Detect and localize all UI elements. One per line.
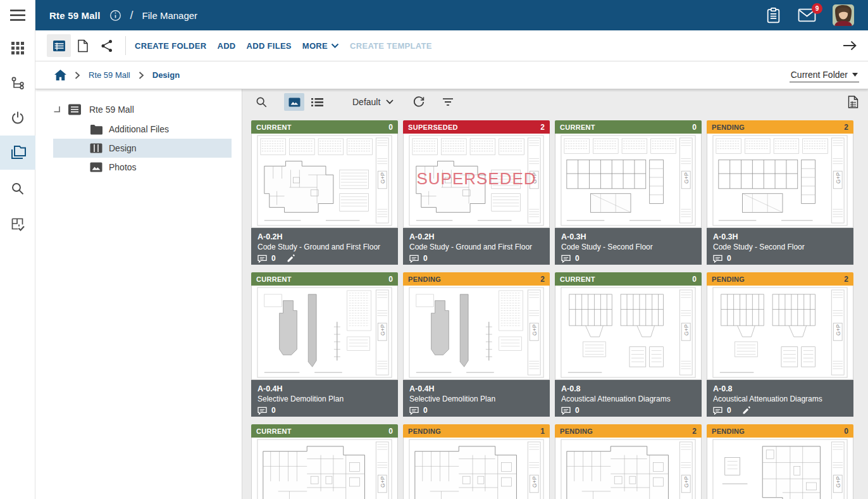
file-card[interactable]: PENDING 2 A-0.4H Selective Demolition Pl… bbox=[403, 272, 550, 417]
file-status-bar: PENDING 1 bbox=[403, 424, 550, 438]
home-icon[interactable] bbox=[54, 70, 66, 80]
file-card[interactable]: PENDING 1 bbox=[403, 424, 550, 499]
plan-review-icon[interactable] bbox=[0, 215, 35, 233]
comments-icon[interactable] bbox=[561, 407, 571, 415]
chevron-down-icon bbox=[331, 43, 339, 49]
edit-icon[interactable] bbox=[742, 406, 751, 415]
expand-toolbar-arrow-icon[interactable] bbox=[843, 40, 868, 51]
table-view-icon[interactable] bbox=[47, 34, 71, 57]
file-card-footer: A-0.2H Code Study - Ground and First Flo… bbox=[251, 228, 398, 265]
sort-dropdown[interactable]: Default bbox=[352, 97, 394, 107]
file-thumbnail[interactable] bbox=[251, 286, 398, 380]
folder-icon bbox=[90, 124, 102, 135]
file-thumbnail[interactable] bbox=[251, 134, 398, 228]
list-view-toggle[interactable] bbox=[307, 93, 327, 111]
folder-scope-dropdown[interactable]: Current Folder bbox=[790, 68, 859, 82]
file-thumbnail[interactable]: SUPERSEDED bbox=[403, 134, 550, 228]
filter-icon[interactable] bbox=[439, 93, 457, 111]
photos-icon bbox=[90, 162, 102, 172]
workflow-hierarchy-icon[interactable] bbox=[0, 75, 35, 92]
comments-icon[interactable] bbox=[713, 407, 722, 415]
file-card[interactable]: CURRENT 0 A-0.4H Selective Demolition Pl… bbox=[251, 272, 398, 417]
apps-grid-icon[interactable] bbox=[0, 39, 35, 57]
project-files-icon bbox=[68, 103, 82, 116]
breadcrumb-project-link[interactable]: Rte 59 Mall bbox=[89, 70, 130, 80]
create-folder-button[interactable]: CREATE FOLDER bbox=[135, 41, 206, 51]
file-version-count: 0 bbox=[388, 275, 393, 284]
file-thumbnail[interactable] bbox=[403, 286, 550, 380]
search-nav-icon[interactable] bbox=[0, 180, 35, 198]
comments-icon[interactable] bbox=[561, 255, 571, 263]
file-status-label: PENDING bbox=[712, 123, 745, 131]
file-thumbnail[interactable] bbox=[555, 134, 702, 228]
export-spreadsheet-icon[interactable] bbox=[844, 93, 862, 111]
refresh-icon[interactable] bbox=[410, 93, 428, 111]
file-status-label: CURRENT bbox=[560, 275, 595, 283]
comments-icon[interactable] bbox=[257, 407, 267, 415]
clipboard-tasks-icon[interactable] bbox=[766, 7, 781, 24]
file-card[interactable]: CURRENT 0 A-0.2H Code Study - Ground and… bbox=[251, 120, 398, 265]
file-title: Code Study - Ground and First Floor bbox=[257, 242, 392, 252]
file-card[interactable]: PENDING 0 bbox=[707, 424, 853, 499]
file-card[interactable]: PENDING 2 A-0.3H Code Study - Second Flo… bbox=[707, 120, 853, 265]
power-icon[interactable] bbox=[0, 109, 35, 127]
caret-down-icon bbox=[852, 73, 858, 77]
file-status-label: PENDING bbox=[408, 427, 441, 435]
file-card[interactable]: SUPERSEDED 2 SUPERSEDED A-0.2H Code Stud… bbox=[403, 120, 550, 265]
comments-icon[interactable] bbox=[257, 255, 267, 263]
file-thumbnail[interactable] bbox=[403, 438, 550, 499]
project-name[interactable]: Rte 59 Mall bbox=[49, 10, 101, 21]
edit-icon[interactable] bbox=[287, 254, 295, 263]
file-thumbnail[interactable] bbox=[707, 286, 853, 380]
file-version-count: 2 bbox=[844, 123, 848, 132]
file-version-count: 2 bbox=[540, 123, 545, 132]
module-title: File Manager bbox=[142, 10, 198, 21]
title-separator: / bbox=[130, 9, 133, 22]
file-manager-nav-selected[interactable] bbox=[0, 136, 35, 170]
search-files-icon[interactable] bbox=[252, 93, 270, 111]
file-thumbnail[interactable] bbox=[707, 438, 853, 499]
document-icon[interactable] bbox=[71, 34, 95, 57]
file-title: Selective Demolition Plan bbox=[257, 394, 392, 404]
file-meta-row: 0 bbox=[561, 406, 695, 415]
file-status-label: CURRENT bbox=[560, 123, 595, 131]
share-icon[interactable] bbox=[95, 34, 119, 57]
tree-item-photos[interactable]: Photos bbox=[53, 158, 232, 177]
breadcrumb-bar: Rte 59 Mall Design Current Folder bbox=[35, 61, 868, 89]
comments-icon[interactable] bbox=[409, 407, 419, 415]
tree-collapse-icon[interactable] bbox=[53, 106, 61, 114]
file-card[interactable]: CURRENT 0 A-0.3H Code Study - Second Flo… bbox=[555, 120, 702, 265]
create-template-button[interactable]: CREATE TEMPLATE bbox=[350, 41, 432, 51]
file-title: Code Study - Second Floor bbox=[713, 242, 847, 252]
tree-item-additional-files[interactable]: Additional Files bbox=[53, 120, 232, 139]
file-card[interactable]: PENDING 2 bbox=[555, 424, 702, 499]
file-thumbnail[interactable] bbox=[707, 134, 853, 228]
tree-item-label: Design bbox=[109, 143, 137, 153]
file-thumbnail[interactable] bbox=[555, 286, 702, 380]
file-card[interactable]: PENDING 2 A-0.8 Acoustical Attenuation D… bbox=[707, 272, 853, 417]
file-thumbnail[interactable] bbox=[251, 438, 398, 499]
tree-root-rte59mall[interactable]: Rte 59 Mall bbox=[53, 99, 232, 120]
file-status-bar: CURRENT 0 bbox=[251, 272, 398, 286]
project-info-icon[interactable] bbox=[109, 9, 121, 22]
file-thumbnail[interactable] bbox=[555, 438, 702, 499]
comments-icon[interactable] bbox=[713, 255, 722, 263]
hamburger-menu-icon[interactable] bbox=[0, 6, 35, 24]
file-code: A-0.2H bbox=[257, 232, 392, 242]
comments-icon[interactable] bbox=[409, 255, 419, 263]
mail-icon[interactable]: 9 bbox=[798, 8, 816, 22]
file-status-label: PENDING bbox=[560, 427, 593, 435]
file-card[interactable]: CURRENT 0 bbox=[251, 424, 398, 499]
file-title: Code Study - Second Floor bbox=[561, 242, 695, 252]
thumbnail-view-toggle[interactable] bbox=[284, 93, 304, 111]
file-card-footer: A-0.4H Selective Demolition Plan 0 bbox=[251, 380, 398, 417]
add-files-button[interactable]: ADD FILES bbox=[247, 41, 292, 51]
add-button[interactable]: ADD bbox=[217, 41, 235, 51]
breadcrumb: Rte 59 Mall Design bbox=[54, 70, 180, 80]
file-status-label: PENDING bbox=[408, 275, 441, 283]
tree-item-design[interactable]: Design bbox=[53, 139, 232, 158]
more-button[interactable]: MORE bbox=[302, 41, 339, 51]
file-version-count: 0 bbox=[692, 123, 697, 132]
user-avatar[interactable] bbox=[833, 4, 854, 26]
file-card[interactable]: CURRENT 0 A-0.8 Acoustical Attenuation D… bbox=[555, 272, 702, 417]
